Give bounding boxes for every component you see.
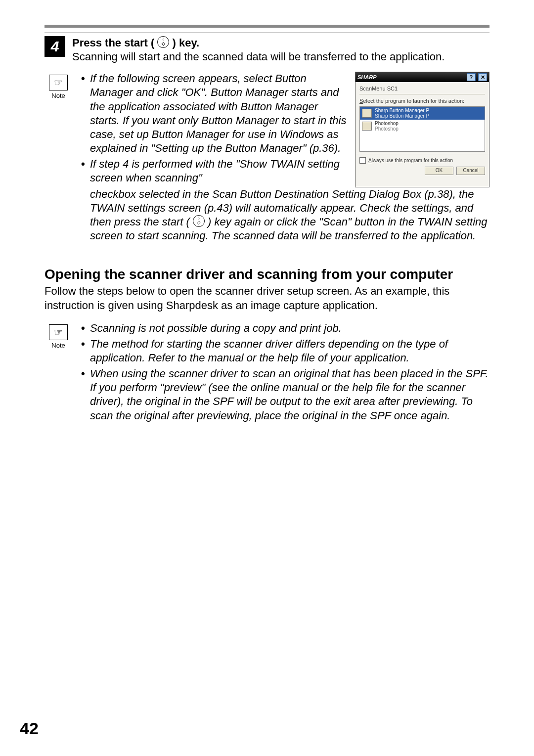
dialog-checkbox-label: Always use this program for this action xyxy=(368,158,453,164)
dialog-program-list[interactable]: Sharp Button Manager P Sharp Button Mana… xyxy=(359,106,485,152)
step-body: Press the start ( ) key. Scanning will s… xyxy=(72,36,490,64)
dialog-titlebar: SHARP ? ✕ xyxy=(356,72,489,82)
dialog-always-checkbox-row[interactable]: Always use this program for this action xyxy=(356,154,489,165)
step-title: Press the start ( ) key. xyxy=(72,37,199,49)
note-icon-column: ☞ Note xyxy=(44,324,72,349)
step-4: 4 Press the start ( ) key. Scanning will… xyxy=(44,36,490,64)
note2-bullet-1: Scanning is not possible during a copy a… xyxy=(79,321,490,335)
app-icon xyxy=(362,122,372,131)
note1-bullet-2-top: If step 4 is performed with the "Show TW… xyxy=(79,157,348,185)
checkbox-icon[interactable] xyxy=(359,157,366,164)
note-label: Note xyxy=(51,92,65,99)
dialog-help-button[interactable]: ? xyxy=(467,73,476,81)
note2-body: Scanning is not possible during a copy a… xyxy=(79,321,490,425)
start-key-icon xyxy=(193,215,205,227)
dialog-ok-button[interactable]: OK xyxy=(425,167,453,175)
note-hand-icon: ☞ xyxy=(49,75,68,90)
note2-bullet-2: The method for starting the scanner driv… xyxy=(79,337,490,365)
note1-bullet-1: If the following screen appears, select … xyxy=(79,72,348,155)
note-hand-icon: ☞ xyxy=(49,324,68,340)
note-block-1: ☞ Note If the following screen appears, … xyxy=(44,72,490,243)
step-number-badge: 4 xyxy=(44,36,65,57)
dialog-prompt: Select the program to launch for this ac… xyxy=(356,95,489,105)
note1-body: If the following screen appears, select … xyxy=(79,72,490,243)
app-icon xyxy=(362,109,372,118)
section-description: Follow the steps below to open the scann… xyxy=(44,284,490,312)
manual-page: 4 Press the start ( ) key. Scanning will… xyxy=(0,0,534,756)
step-subtitle: Scanning will start and the scanned data… xyxy=(72,50,445,63)
note-icon-column: ☞ Note xyxy=(44,75,72,99)
note-block-2: ☞ Note Scanning is not possible during a… xyxy=(44,321,490,425)
dialog-close-button[interactable]: ✕ xyxy=(478,73,487,81)
header-hairline xyxy=(44,33,490,33)
page-number: 42 xyxy=(20,719,39,738)
note-label: Note xyxy=(51,342,65,349)
step-title-post: ) key. xyxy=(173,37,200,49)
start-key-icon xyxy=(157,36,169,48)
step-title-pre: Press the start ( xyxy=(72,37,154,49)
section-heading: Opening the scanner driver and scanning … xyxy=(44,267,490,282)
list-item-button-manager[interactable]: Sharp Button Manager P Sharp Button Mana… xyxy=(360,107,485,120)
note2-bullet-3: When using the scanner driver to scan an… xyxy=(79,367,490,423)
header-rule xyxy=(44,25,490,28)
dialog-cancel-button[interactable]: Cancel xyxy=(456,167,485,175)
note1-bullet-2-continuation: checkbox selected in the Scan Button Des… xyxy=(79,187,490,243)
dialog-brand: SHARP xyxy=(357,74,377,81)
autoplay-dialog: SHARP ? ✕ ScanMenu SC1 Select the progra… xyxy=(355,72,490,187)
list-item-photoshop[interactable]: Photoshop Photoshop xyxy=(360,120,485,133)
dialog-subtitle: ScanMenu SC1 xyxy=(356,82,489,93)
